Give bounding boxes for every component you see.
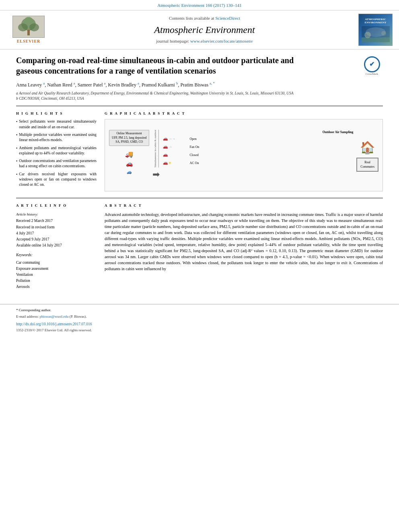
real-commutes-box: RealCommutes	[356, 158, 378, 171]
svg-point-3	[29, 23, 39, 31]
svg-point-9	[364, 32, 371, 38]
abstract-label: A B S T R A C T	[105, 203, 383, 208]
contents-available: Contents lists available at ScienceDirec…	[55, 15, 354, 21]
affiliation-a: a Aerosol and Air Quality Research Labor…	[16, 91, 383, 96]
svg-point-5	[25, 17, 33, 23]
doi-link[interactable]: http://dx.doi.org/10.1016/j.atmosenv.201…	[16, 322, 383, 327]
highlight-item-3: • Ambient pollutants and meteorological …	[16, 146, 97, 156]
online-measurement-box: Online Measurement UFP, PM 2.5, lung dep…	[109, 130, 149, 146]
crossmark-label: CrossMark	[366, 72, 378, 76]
online-date: Available online 14 July 2017	[16, 242, 97, 249]
scenario-ac-on: 🚗 ❅ AC On	[163, 160, 353, 166]
highlights-label: H I G H L I G H T S	[16, 111, 97, 116]
article-info-column: A R T I C L E I N F O Article history: R…	[16, 203, 97, 290]
journal-homepage-link[interactable]: www.elsevier.com/locate/atmosenv	[190, 39, 253, 43]
main-content: Comparing on-road real-time simultaneous…	[0, 49, 399, 296]
keywords-section: Keywords: Car commuting Exposure assessm…	[16, 253, 97, 290]
revised-date: Received in revised form4 July 2017	[16, 224, 97, 236]
journal-citation: Atmospheric Environment 166 (2017) 130–1…	[157, 3, 242, 8]
article-info-label: A R T I C L E I N F O	[16, 203, 97, 208]
email-link[interactable]: pbiswas@wustl.edu	[39, 314, 68, 318]
crossmark-badge[interactable]: ✔ CrossMark	[361, 55, 383, 77]
bullet-2: •	[16, 133, 17, 143]
article-info-abstract-section: A R T I C L E I N F O Article history: R…	[16, 203, 383, 290]
graphical-abstract-box: Online Measurement UFP, PM 2.5, lung dep…	[105, 119, 383, 191]
divider-1	[16, 106, 383, 106]
svg-point-2	[18, 23, 28, 31]
copyright: 1352-2310/© 2017 Elsevier Ltd. All right…	[16, 328, 383, 333]
graphical-abstract-column: G R A P H I C A L A B S T R A C T Online…	[105, 111, 383, 192]
footer-email-line: E-mail address: pbiswas@wustl.edu (P. Bi…	[16, 314, 383, 319]
abstract-column: A B S T R A C T Advanced automobile tech…	[105, 203, 383, 290]
journal-header-center: Contents lists available at ScienceDirec…	[55, 15, 354, 44]
bullet-1: •	[16, 119, 17, 130]
highlights-graphical-section: H I G H L I G H T S • Select pollutants …	[16, 111, 383, 192]
corresponding-note: * Corresponding author.	[16, 308, 383, 313]
elsevier-tree-image	[12, 16, 45, 38]
article-history: Article history: Received 2 March 2017 R…	[16, 212, 97, 249]
authors-line: Anna Leavey a, Nathan Reed a, Sameer Pat…	[16, 81, 383, 88]
simultaneous-label: Simultaneous in-cabin & outdoor	[154, 130, 159, 168]
highlight-item-2: • Multiple predictor variables were exam…	[16, 132, 97, 143]
bullet-4: •	[16, 159, 17, 169]
elsevier-logo-area: ELSEVIER	[6, 16, 51, 44]
keyword-list: Car commuting Exposure assessment Ventil…	[16, 260, 97, 290]
outdoor-air-label: Outdoor Air Sampling	[163, 130, 353, 134]
paper-title: Comparing on-road real-time simultaneous…	[16, 55, 351, 76]
abstract-text: Advanced automobile technology, develope…	[105, 212, 383, 272]
footer: * Corresponding author. E-mail address: …	[0, 304, 399, 336]
svg-rect-4	[27, 30, 30, 35]
keywords-label: Keywords:	[16, 253, 97, 258]
highlights-list: • Select pollutants were measured simult…	[16, 119, 97, 187]
highlight-item-4: • Outdoor concentrations and ventilation…	[16, 158, 97, 169]
scenario-open: 🚗 →→ Open	[163, 136, 353, 142]
divider-2	[16, 198, 383, 198]
graphical-abstract-label: G R A P H I C A L A B S T R A C T	[105, 111, 383, 116]
history-label: Article history:	[16, 212, 97, 217]
journal-title: Atmospheric Environment	[55, 23, 354, 37]
highlights-column: H I G H L I G H T S • Select pollutants …	[16, 111, 97, 192]
bullet-3: •	[16, 146, 17, 156]
journal-cover-image: ATMOSPHERIC ENVIRONMENT	[358, 14, 393, 46]
bullet-5: •	[16, 172, 17, 188]
affiliations: a Aerosol and Air Quality Research Labor…	[16, 91, 383, 102]
crossmark-icon: ✔	[364, 56, 380, 72]
scenario-closed: 🚗 Closed	[163, 152, 353, 158]
journal-bar: Atmospheric Environment 166 (2017) 130–1…	[0, 0, 399, 10]
svg-rect-8	[362, 37, 390, 42]
accepted-date: Accepted 9 July 2017	[16, 236, 97, 242]
journal-homepage: journal homepage: www.elsevier.com/locat…	[55, 38, 354, 44]
scenario-fan-on: 🚗 → Fan On	[163, 144, 353, 150]
highlight-item-1: • Select pollutants were measured simult…	[16, 119, 97, 130]
received-date: Received 2 March 2017	[16, 218, 97, 224]
highlight-item-5: • Car drivers received higher exposures …	[16, 172, 97, 188]
journal-header: ELSEVIER Contents lists available at Sci…	[0, 10, 399, 49]
affiliation-b: b CDC/NIOSH, Cincinnati, OH 45213, USA	[16, 96, 383, 101]
svg-point-10	[381, 31, 386, 36]
sciencedirect-link[interactable]: ScienceDirect	[215, 16, 240, 21]
elsevier-wordmark: ELSEVIER	[17, 39, 41, 44]
